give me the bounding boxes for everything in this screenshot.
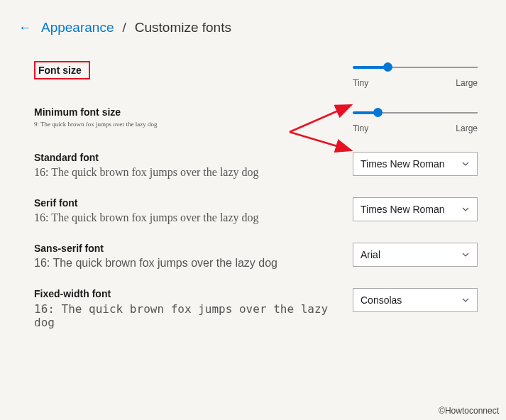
chevron-down-icon <box>461 205 470 214</box>
serif-font-sample: 16: The quick brown fox jumps over the l… <box>34 211 333 224</box>
slider-thumb[interactable] <box>373 108 383 117</box>
standard-font-sample: 16: The quick brown fox jumps over the l… <box>34 166 333 179</box>
min-font-size-sample: 9: The quick brown fox jumps over the la… <box>34 121 333 128</box>
slider-min-label: Tiny <box>353 78 368 88</box>
chevron-down-icon <box>461 160 470 168</box>
slider-max-label: Large <box>456 78 478 88</box>
dropdown-value: Consolas <box>361 294 402 306</box>
serif-font-dropdown[interactable]: Times New Roman <box>353 197 478 221</box>
slider-thumb[interactable] <box>383 62 392 72</box>
font-size-label: Font size <box>38 65 82 76</box>
min-font-size-label: Minimum font size <box>34 106 333 118</box>
slider-min-label: Tiny <box>353 123 368 133</box>
breadcrumb-link-appearance[interactable]: Appearance <box>41 20 114 35</box>
standard-font-dropdown[interactable]: Times New Roman <box>353 152 478 176</box>
serif-font-label: Serif font <box>34 197 333 209</box>
chevron-down-icon <box>461 296 470 304</box>
breadcrumb-current: Customize fonts <box>135 20 231 35</box>
annotation-highlight: Font size <box>34 61 90 79</box>
dropdown-value: Times New Roman <box>361 204 445 215</box>
breadcrumb-separator: / <box>119 20 128 35</box>
sans-serif-font-dropdown[interactable]: Arial <box>353 243 478 267</box>
standard-font-label: Standard font <box>34 152 333 163</box>
breadcrumb: ← Appearance / Customize fonts <box>0 0 506 35</box>
font-size-slider[interactable]: Tiny Large <box>353 61 478 88</box>
slider-max-label: Large <box>456 123 478 133</box>
fixed-width-font-dropdown[interactable]: Consolas <box>353 288 478 312</box>
chevron-down-icon <box>461 250 470 259</box>
back-arrow-icon[interactable]: ← <box>18 21 35 35</box>
dropdown-value: Arial <box>361 249 380 260</box>
min-font-size-slider[interactable]: Tiny Large <box>353 106 478 133</box>
fixed-width-font-label: Fixed-width font <box>34 288 333 299</box>
watermark: ©Howtoconnect <box>439 406 499 416</box>
dropdown-value: Times New Roman <box>361 158 445 170</box>
sans-serif-font-label: Sans-serif font <box>34 243 333 254</box>
sans-serif-font-sample: 16: The quick brown fox jumps over the l… <box>34 257 333 270</box>
fixed-width-font-sample: 16: The quick brown fox jumps over the l… <box>34 302 333 329</box>
